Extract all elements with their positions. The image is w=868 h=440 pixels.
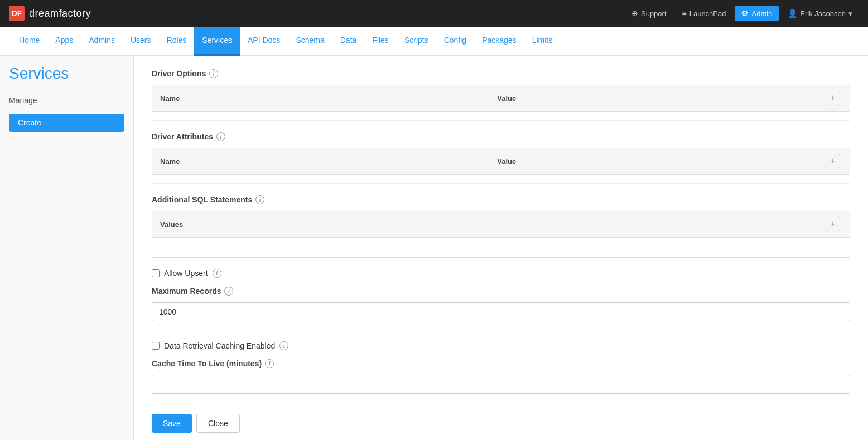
driver-attributes-add-col: + — [817, 148, 850, 175]
support-icon: ⊕ — [631, 9, 638, 18]
user-icon: 👤 — [788, 9, 797, 18]
additional-sql-info-icon[interactable]: i — [255, 195, 264, 204]
nav-schema[interactable]: Schema — [288, 27, 332, 56]
maximum-records-section: Maximum Records i 1000 — [152, 287, 850, 330]
admin-button[interactable]: ⚙ Admin — [735, 6, 779, 21]
top-navbar: DF dreamfactory ⊕ Support ≡ LaunchPad ⚙ … — [0, 0, 868, 27]
allow-upsert-checkbox[interactable] — [152, 269, 160, 277]
cache-ttl-section: Cache Time To Live (minutes) i — [152, 359, 850, 403]
sidebar-create-button[interactable]: Create — [9, 114, 124, 132]
driver-options-info-icon[interactable]: i — [209, 69, 218, 78]
driver-attributes-value-col: Value — [489, 148, 816, 175]
action-buttons: Save Close — [152, 414, 850, 433]
maximum-records-label: Maximum Records i — [152, 287, 850, 296]
driver-attributes-add-button[interactable]: + — [826, 154, 840, 168]
sidebar: Services Manage Create — [0, 56, 134, 440]
nav-data[interactable]: Data — [332, 27, 365, 56]
allow-upsert-label: Allow Upsert — [164, 269, 208, 278]
nav-config[interactable]: Config — [436, 27, 474, 56]
additional-sql-label: Additional SQL Statements i — [152, 195, 850, 204]
cache-ttl-info-icon[interactable]: i — [265, 359, 274, 368]
additional-sql-values-col: Values — [152, 211, 817, 238]
launchpad-button[interactable]: ≡ LaunchPad — [676, 6, 733, 21]
nav-users[interactable]: Users — [123, 27, 159, 56]
sidebar-title: Services — [0, 65, 133, 91]
driver-attributes-empty-row — [152, 175, 850, 184]
page-layout: Services Manage Create Driver Options i … — [0, 56, 868, 440]
close-button[interactable]: Close — [196, 414, 240, 433]
additional-sql-add-button[interactable]: + — [826, 217, 840, 231]
additional-sql-add-col: + — [817, 211, 850, 238]
nav-admins[interactable]: Admins — [81, 27, 123, 56]
driver-attributes-section: Driver Attributes i Name Value + — [152, 132, 850, 184]
save-button[interactable]: Save — [152, 414, 192, 433]
driver-options-table: Name Value + — [152, 85, 850, 121]
main-content: Driver Options i Name Value + — [134, 56, 868, 440]
data-retrieval-caching-row: Data Retrieval Caching Enabled i — [152, 341, 850, 350]
allow-upsert-info-icon[interactable]: i — [213, 269, 221, 278]
chevron-down-icon: ▾ — [848, 9, 852, 18]
driver-options-name-col: Name — [152, 85, 490, 112]
nav-files[interactable]: Files — [364, 27, 397, 56]
nav-limits[interactable]: Limits — [524, 27, 561, 56]
data-retrieval-caching-label: Data Retrieval Caching Enabled — [164, 341, 275, 350]
driver-attributes-info-icon[interactable]: i — [216, 132, 225, 141]
brand-name: dreamfactory — [29, 8, 91, 20]
driver-attributes-name-col: Name — [152, 148, 490, 175]
brand: DF dreamfactory — [9, 6, 91, 21]
main-nav: Home Apps Admins Users Roles Services AP… — [0, 27, 868, 56]
driver-options-empty-row — [152, 112, 850, 121]
brand-logo-text: DF — [12, 9, 22, 18]
cache-ttl-input[interactable] — [152, 375, 850, 394]
nav-home[interactable]: Home — [11, 27, 47, 56]
nav-apps[interactable]: Apps — [47, 27, 81, 56]
additional-sql-empty-row — [152, 238, 850, 258]
data-retrieval-caching-checkbox[interactable] — [152, 342, 160, 350]
nav-scripts[interactable]: Scripts — [397, 27, 436, 56]
support-button[interactable]: ⊕ Support — [625, 6, 673, 21]
navbar-right: ⊕ Support ≡ LaunchPad ⚙ Admin 👤 Erik Jac… — [625, 6, 859, 21]
driver-options-section: Driver Options i Name Value + — [152, 69, 850, 121]
nav-api-docs[interactable]: API Docs — [240, 27, 288, 56]
driver-options-value-col: Value — [489, 85, 816, 112]
nav-roles[interactable]: Roles — [159, 27, 195, 56]
brand-logo: DF — [9, 6, 25, 21]
cache-ttl-label: Cache Time To Live (minutes) i — [152, 359, 850, 368]
user-button[interactable]: 👤 Erik Jacobsen ▾ — [781, 6, 859, 21]
gear-icon: ⚙ — [741, 9, 749, 18]
nav-packages[interactable]: Packages — [474, 27, 524, 56]
launchpad-icon: ≡ — [682, 9, 687, 18]
driver-attributes-table: Name Value + — [152, 148, 850, 184]
driver-options-add-button[interactable]: + — [826, 91, 840, 105]
allow-upsert-row: Allow Upsert i — [152, 269, 850, 278]
driver-attributes-label: Driver Attributes i — [152, 132, 850, 141]
maximum-records-info-icon[interactable]: i — [224, 287, 233, 296]
data-retrieval-caching-info-icon[interactable]: i — [279, 341, 288, 350]
driver-options-add-col: + — [817, 85, 850, 112]
driver-options-label: Driver Options i — [152, 69, 850, 78]
additional-sql-table: Values + — [152, 211, 850, 258]
maximum-records-input[interactable]: 1000 — [152, 302, 850, 321]
sidebar-manage-link[interactable]: Manage — [0, 91, 133, 109]
nav-services[interactable]: Services — [194, 27, 240, 56]
additional-sql-section: Additional SQL Statements i Values + — [152, 195, 850, 258]
